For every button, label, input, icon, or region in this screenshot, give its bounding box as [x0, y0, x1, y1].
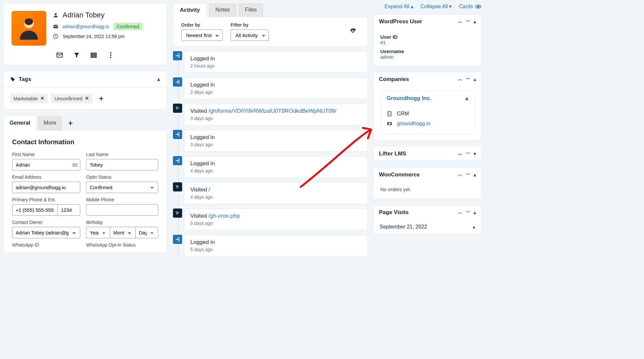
login-icon	[173, 156, 182, 165]
username-link[interactable]: admin	[380, 54, 394, 60]
collapse-all-button[interactable]: Collapse All ▾	[421, 3, 452, 10]
optin-label: Optin Status	[86, 174, 158, 180]
visit-icon	[173, 104, 182, 113]
phone-label: Primary Phone & Ext.	[12, 197, 80, 202]
lifter-panel-header[interactable]: Lifter LMS ︿﹀▾	[374, 147, 481, 161]
chevron-up-icon[interactable]: ︿	[458, 151, 463, 157]
timeline-url-link[interactable]: /gh/forms/VDlIYi9rRWlzalU0T0ROdkdBeWpNUT…	[208, 108, 336, 114]
expand-all-button[interactable]: Expand All ▴	[385, 3, 413, 10]
add-tag-button[interactable]: ＋	[96, 93, 107, 103]
order-by-label: Order by	[181, 22, 223, 28]
timeline-meta: 2 days ago	[190, 90, 361, 95]
chevron-up-icon[interactable]: ︿	[458, 76, 463, 82]
woo-panel-header[interactable]: WooCommerce ︿﹀▴	[374, 168, 481, 182]
mobile-label: Mobile Phone	[86, 197, 158, 202]
first-name-input[interactable]	[12, 159, 80, 170]
contact-email-link[interactable]: adrian@groundhogg.io	[63, 24, 109, 29]
remove-tag-icon[interactable]: ✕	[85, 95, 89, 101]
birth-year-select[interactable]: Year	[86, 227, 110, 238]
timeline-url-link[interactable]: /	[208, 187, 210, 193]
timeline-meta: 5 days ago	[190, 247, 361, 252]
tags-title: Tags	[19, 76, 31, 83]
timeline-url-link[interactable]: /gh-cron.php	[208, 213, 239, 219]
timeline-item: Logged in5 days ago	[184, 235, 368, 256]
timeline-title: Logged in	[190, 82, 361, 88]
order-by-select[interactable]: Newest first	[181, 30, 223, 41]
login-icon	[173, 130, 182, 139]
timeline-item: Logged in3 days ago	[184, 130, 368, 151]
login-icon	[173, 235, 182, 244]
company-item-header[interactable]: Groundhogg Inc.▴	[381, 91, 474, 106]
visits-date-row[interactable]: September 21, 2022▴	[374, 220, 481, 234]
contact-name: Adrian Tobey	[63, 11, 104, 19]
svg-point-12	[110, 57, 111, 58]
timeline-title: Logged in	[190, 55, 361, 62]
svg-rect-7	[91, 53, 97, 54]
optin-select[interactable]: Confirmed	[86, 182, 158, 193]
caret-up-icon[interactable]: ▴	[474, 172, 476, 177]
userid-label: User ID	[380, 34, 475, 40]
refresh-icon[interactable]	[350, 28, 356, 36]
chevron-down-icon[interactable]: ﹀	[466, 76, 470, 82]
remove-tag-icon[interactable]: ✕	[40, 95, 45, 101]
companies-panel-header[interactable]: Companies ︿﹀▴	[374, 72, 481, 87]
birth-day-select[interactable]: Day	[135, 227, 158, 238]
tab-files[interactable]: Files	[238, 3, 263, 17]
tag-chip[interactable]: Unconfirmed✕	[51, 93, 92, 103]
send-email-icon[interactable]	[56, 51, 63, 59]
person-icon	[53, 12, 59, 18]
funnel-icon[interactable]	[73, 51, 80, 59]
chevron-up-icon[interactable]: ︿	[458, 19, 463, 25]
caret-up-icon: ▴	[157, 76, 160, 83]
email-label: Email Address	[12, 174, 80, 180]
mobile-input[interactable]	[86, 204, 158, 216]
svg-point-11	[110, 54, 111, 56]
phone-input[interactable]	[12, 204, 57, 216]
birth-month-select[interactable]: Mont	[110, 227, 135, 238]
visits-panel-header[interactable]: Page Visits ︿﹀▴	[374, 205, 481, 220]
list-icon[interactable]	[90, 51, 97, 59]
caret-up-icon: ▴	[465, 95, 468, 102]
mail-icon	[53, 24, 59, 30]
svg-rect-9	[91, 57, 97, 58]
caret-down-icon[interactable]: ▾	[474, 151, 476, 156]
tab-activity[interactable]: Activity	[173, 3, 207, 17]
chevron-up-icon[interactable]: ︿	[458, 172, 463, 178]
tag-chip[interactable]: Marketable✕	[10, 93, 48, 103]
userid-link[interactable]: #1	[380, 40, 386, 45]
chevron-down-icon[interactable]: ﹀	[466, 19, 470, 25]
optin-status-badge: Confirmed	[113, 23, 142, 30]
timeline-item: Logged in4 days ago	[184, 156, 368, 178]
cards-button[interactable]: Cards	[459, 4, 482, 10]
tag-icon	[10, 77, 15, 82]
visit-icon	[173, 209, 182, 218]
timeline-title: Logged in	[190, 160, 361, 167]
filter-by-select[interactable]: All Activity	[231, 30, 269, 41]
chevron-down-icon[interactable]: ﹀	[466, 151, 470, 157]
caret-up-icon[interactable]: ▴	[474, 77, 476, 82]
email-input[interactable]	[12, 182, 80, 193]
company-site-link[interactable]: groundhogg.io	[397, 121, 430, 127]
last-name-input[interactable]	[86, 159, 158, 170]
whatsapp-id-label: WhatsApp ID	[12, 242, 80, 248]
tab-notes[interactable]: Notes	[209, 3, 236, 17]
owner-select[interactable]: Adrian Tobey (adrian@gro	[12, 227, 80, 238]
visit-icon	[173, 182, 182, 191]
wp-user-panel-header[interactable]: WordPress User ︿﹀▴	[374, 14, 481, 29]
tab-more[interactable]: More	[38, 116, 62, 130]
caret-up-icon[interactable]: ▴	[474, 210, 476, 215]
more-menu-icon[interactable]	[107, 51, 114, 59]
username-label: Username	[380, 49, 475, 54]
chevron-down-icon[interactable]: ﹀	[466, 172, 470, 178]
chevron-down-icon[interactable]: ﹀	[466, 209, 470, 215]
svg-point-10	[110, 52, 111, 53]
caret-up-icon[interactable]: ▴	[474, 19, 476, 24]
phone-ext-input[interactable]	[57, 204, 80, 216]
add-tab-button[interactable]: ＋	[62, 118, 79, 128]
tags-section-header[interactable]: Tags ▴	[3, 71, 167, 88]
contact-avatar	[11, 11, 46, 46]
tab-general[interactable]: General	[3, 115, 36, 130]
timeline-meta: 2 hours ago	[190, 63, 361, 69]
chevron-up-icon[interactable]: ︿	[458, 209, 463, 215]
login-icon	[173, 77, 182, 87]
